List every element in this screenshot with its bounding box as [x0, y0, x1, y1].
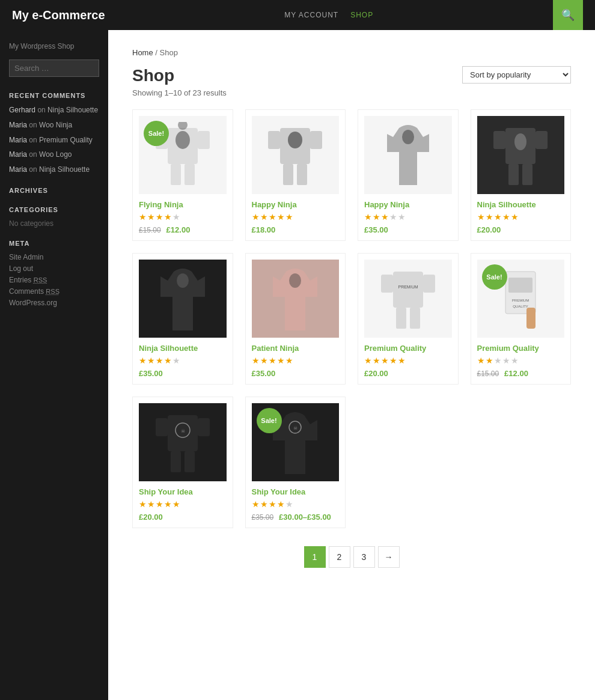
- svg-rect-25: [396, 308, 406, 329]
- product-image-wrap: Sale! PREMIUM QUALITY: [477, 260, 565, 338]
- page-button-2[interactable]: 2: [329, 546, 350, 568]
- svg-rect-24: [423, 275, 435, 293]
- star-rating: ★ ★ ★ ★ ★: [364, 356, 452, 365]
- svg-rect-36: [171, 451, 181, 472]
- breadcrumb-home[interactable]: Home: [132, 48, 153, 57]
- product-image-wrap: [364, 116, 452, 194]
- product-image-wrap: [252, 260, 340, 338]
- product-image-wrap: [252, 116, 340, 194]
- star-rating: ★ ★ ★ ★ ★: [477, 356, 565, 365]
- svg-point-6: [175, 131, 190, 149]
- product-name[interactable]: Ship Your Idea: [139, 487, 227, 496]
- product-name[interactable]: Patient Ninja: [252, 344, 340, 353]
- comment-link[interactable]: Premium Quality: [39, 136, 93, 144]
- comment-author: Maria: [9, 121, 27, 129]
- recent-comments-title: RECENT COMMENTS: [9, 92, 99, 99]
- product-name[interactable]: Ninja Silhouette: [139, 344, 227, 353]
- meta-title: META: [9, 240, 99, 247]
- comment-author: Gerhard: [9, 106, 35, 114]
- shop-header: Shop Showing 1–10 of 23 results Sort by …: [132, 66, 571, 97]
- star-rating: ★ ★ ★ ★ ★: [477, 212, 565, 222]
- comment-link[interactable]: Woo Ninja: [39, 121, 72, 129]
- svg-point-13: [402, 130, 414, 144]
- product-card[interactable]: Ninja Silhouette ★ ★ ★ ★ ★ £20.00: [471, 109, 572, 241]
- site-title[interactable]: My e-Commerce: [12, 8, 105, 22]
- product-image: PREMIUM: [381, 266, 435, 332]
- product-image-wrap: [477, 116, 565, 194]
- product-price: £15.00 £12.00: [477, 368, 565, 378]
- page-button-1[interactable]: 1: [304, 546, 326, 568]
- product-card[interactable]: Happy Ninja ★ ★ ★ ★ ★ £35.00: [358, 109, 459, 241]
- svg-text:☠: ☠: [180, 428, 185, 434]
- page-button-3[interactable]: 3: [353, 546, 375, 568]
- sidebar-subtitle: My Wordpress Shop: [9, 42, 99, 50]
- comment-author: Maria: [9, 136, 27, 144]
- meta-log-out[interactable]: Log out: [9, 264, 99, 273]
- comment-link[interactable]: Woo Logo: [39, 150, 72, 159]
- svg-rect-18: [522, 164, 532, 185]
- product-card[interactable]: Happy Ninja ★ ★ ★ ★ ★ £18.00: [245, 109, 346, 241]
- svg-text:PREMIUM: PREMIUM: [398, 285, 418, 289]
- svg-rect-35: [198, 418, 210, 436]
- list-item: Maria on Premium Quality: [9, 135, 99, 145]
- svg-rect-26: [410, 308, 420, 329]
- page-layout: My Wordpress Shop RECENT COMMENTS Gerhar…: [0, 30, 595, 700]
- star-rating: ★ ★ ★ ★ ★: [139, 212, 227, 222]
- product-card[interactable]: Sale! PREMIUM QUALITY Premium Quality ★ …: [471, 253, 572, 385]
- svg-rect-15: [493, 131, 505, 149]
- comment-link[interactable]: Ninja Silhouette: [47, 106, 98, 114]
- product-card[interactable]: PREMIUM Premium Quality ★ ★ ★ ★ ★ £20.00: [358, 253, 459, 385]
- star-rating: ★ ★ ★ ★ ★: [252, 212, 340, 222]
- product-name[interactable]: Premium Quality: [364, 344, 452, 353]
- star-rating: ★ ★ ★ ★ ★: [252, 356, 340, 365]
- product-name[interactable]: Premium Quality: [477, 344, 565, 353]
- product-image-wrap: Sale!: [139, 116, 227, 194]
- svg-rect-8: [268, 131, 280, 149]
- nav-my-account[interactable]: MY ACCOUNT: [284, 11, 338, 19]
- search-input[interactable]: [9, 59, 99, 77]
- product-name[interactable]: Ninja Silhouette: [477, 200, 565, 209]
- product-card[interactable]: ☠ Ship Your Idea ★ ★ ★ ★ ★ £20.00: [132, 397, 233, 528]
- product-name[interactable]: Flying Ninja: [139, 200, 227, 209]
- results-count: Showing 1–10 of 23 results: [132, 88, 227, 97]
- product-image-wrap: Sale! ☠: [252, 403, 340, 481]
- categories-title: CATEGORIES: [9, 206, 99, 213]
- svg-rect-22: [393, 272, 423, 308]
- pagination: 1 2 3 →: [132, 546, 571, 568]
- product-price: £15.00 £12.00: [139, 225, 227, 234]
- product-name[interactable]: Happy Ninja: [364, 200, 452, 209]
- product-card[interactable]: Sale! ☠ Ship Your Idea ★ ★ ★ ★ ★ £35: [245, 397, 346, 528]
- meta-comments-rss[interactable]: Comments RSS: [9, 287, 99, 296]
- product-card[interactable]: Sale! Flying Ninja ★ ★ ★: [132, 109, 233, 241]
- product-name[interactable]: Happy Ninja: [252, 200, 340, 209]
- svg-rect-11: [297, 164, 307, 185]
- pagination-next[interactable]: →: [378, 546, 400, 568]
- product-image: [156, 266, 210, 332]
- product-image: [268, 266, 322, 332]
- product-price: £35.00: [252, 368, 340, 378]
- product-name[interactable]: Ship Your Idea: [252, 487, 340, 496]
- meta-site-admin[interactable]: Site Admin: [9, 253, 99, 261]
- svg-rect-3: [171, 164, 181, 185]
- meta-section: META Site Admin Log out Entries RSS Comm…: [9, 240, 99, 307]
- list-item: Maria on Ninja Silhouette: [9, 165, 99, 175]
- product-card[interactable]: Ninja Silhouette ★ ★ ★ ★ ★ £35.00: [132, 253, 233, 385]
- product-image: [493, 122, 548, 188]
- product-card[interactable]: Patient Ninja ★ ★ ★ ★ ★ £35.00: [245, 253, 346, 385]
- svg-point-19: [514, 133, 526, 150]
- svg-rect-37: [185, 451, 195, 472]
- sale-badge: Sale!: [482, 264, 507, 290]
- svg-rect-10: [283, 164, 293, 185]
- comment-link[interactable]: Ninja Silhouette: [39, 165, 90, 174]
- meta-entries-rss[interactable]: Entries RSS: [9, 276, 99, 284]
- svg-text:☠: ☠: [293, 425, 298, 431]
- comment-author: Maria: [9, 165, 27, 174]
- header-search-button[interactable]: 🔍: [553, 0, 583, 30]
- svg-rect-23: [381, 275, 393, 293]
- nav-shop[interactable]: SHOP: [350, 11, 373, 19]
- archives-section: ARCHIVES: [9, 187, 99, 194]
- meta-wordpress-org[interactable]: WordPress.org: [9, 299, 99, 307]
- svg-text:PREMIUM: PREMIUM: [512, 299, 529, 302]
- sort-select[interactable]: Sort by popularity Sort by average ratin…: [462, 66, 571, 84]
- svg-rect-4: [185, 164, 195, 185]
